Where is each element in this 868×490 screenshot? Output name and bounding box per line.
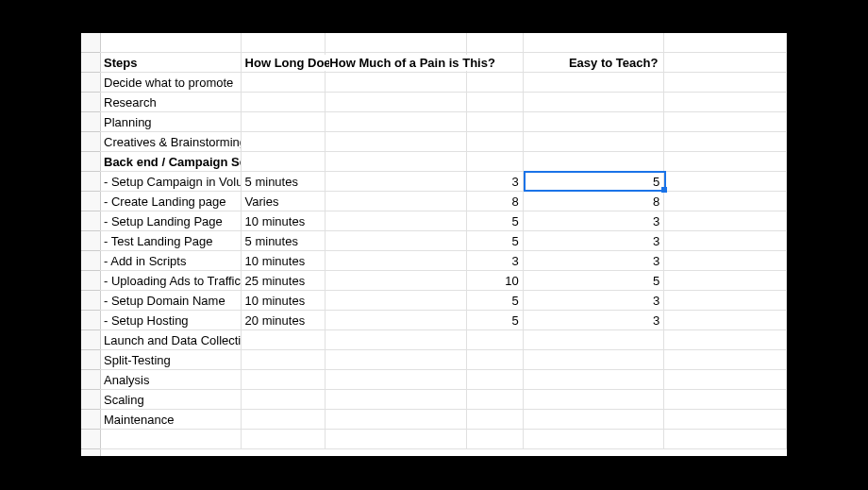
cell[interactable] <box>664 430 787 448</box>
cell[interactable] <box>326 410 467 429</box>
cell-teach[interactable] <box>524 350 665 369</box>
cell-teach[interactable] <box>524 112 665 131</box>
cell-time[interactable] <box>242 93 326 111</box>
cell[interactable] <box>664 370 787 389</box>
cell[interactable] <box>326 430 467 448</box>
cell-time[interactable]: 10 minutes <box>242 291 326 310</box>
cell[interactable] <box>326 271 467 290</box>
cell-pain[interactable]: 5 <box>467 231 524 250</box>
cell-step[interactable]: Decide what to promote <box>100 73 242 92</box>
cell-pain[interactable]: 5 <box>467 291 524 310</box>
header-how-long[interactable]: How Long Does the Task Take <box>242 53 326 72</box>
cell[interactable] <box>326 192 467 211</box>
cell[interactable] <box>664 251 787 270</box>
cell[interactable] <box>326 311 467 329</box>
row-header[interactable] <box>81 172 100 192</box>
cell-pain[interactable] <box>467 330 524 349</box>
cell-step[interactable]: - Setup Campaign in Voluum <box>100 172 242 191</box>
row-header[interactable] <box>81 251 100 271</box>
cell[interactable] <box>326 211 467 230</box>
cell-step[interactable]: - Test Landing Page <box>100 231 242 250</box>
cell[interactable] <box>242 430 326 448</box>
cell-step[interactable]: Scaling <box>100 390 242 409</box>
row-header[interactable] <box>81 311 100 330</box>
cell-step[interactable]: Research <box>100 93 242 111</box>
cell-pain[interactable]: 5 <box>467 211 524 230</box>
cell[interactable] <box>326 390 467 409</box>
cell-time[interactable]: 5 minutes <box>242 231 326 250</box>
cell[interactable] <box>664 53 787 72</box>
row-header[interactable] <box>81 112 100 132</box>
cell-pain[interactable] <box>467 390 524 409</box>
cell[interactable] <box>326 152 467 171</box>
cell-teach[interactable] <box>524 370 665 389</box>
row-header[interactable] <box>81 192 100 211</box>
cell-time[interactable]: Varies <box>242 192 326 211</box>
cell[interactable] <box>664 93 787 111</box>
cell-time[interactable]: 25 minutes <box>242 271 326 290</box>
row-header[interactable] <box>81 53 100 73</box>
cell-teach[interactable] <box>524 93 665 111</box>
row-header[interactable] <box>81 390 100 410</box>
cell[interactable] <box>326 231 467 250</box>
row-header[interactable] <box>81 132 100 152</box>
cell[interactable] <box>326 93 467 111</box>
cell[interactable] <box>326 73 467 92</box>
cell[interactable] <box>664 152 787 171</box>
cell[interactable] <box>326 132 467 151</box>
cell-step[interactable]: - Uploading Ads to Traffic Source <box>100 271 242 290</box>
row-header[interactable] <box>81 370 100 390</box>
cell-teach[interactable]: 3 <box>524 291 665 310</box>
cell-step[interactable]: Launch and Data Collection <box>100 330 242 349</box>
cell[interactable] <box>664 291 787 310</box>
cell-teach[interactable]: 5 <box>524 271 665 290</box>
row-header[interactable] <box>81 410 100 430</box>
cell-step[interactable]: Back end / Campaign Setup <box>100 152 242 171</box>
cell-step[interactable]: - Setup Hosting <box>100 311 242 329</box>
cell-time[interactable]: 20 minutes <box>242 311 326 329</box>
cell[interactable] <box>326 251 467 270</box>
cell[interactable] <box>326 370 467 389</box>
cell-time[interactable] <box>242 73 326 92</box>
cell-teach[interactable]: 5 <box>524 172 665 191</box>
row-header[interactable] <box>81 291 100 311</box>
cell-pain[interactable] <box>467 152 524 171</box>
cell-step[interactable]: Planning <box>100 112 242 131</box>
row-header[interactable] <box>81 33 100 53</box>
cell-pain[interactable]: 5 <box>467 311 524 329</box>
cell-pain[interactable] <box>467 350 524 369</box>
cell[interactable] <box>664 33 787 52</box>
row-header[interactable] <box>81 73 100 93</box>
cell[interactable] <box>664 410 787 429</box>
cell-step[interactable]: - Create Landing page <box>100 192 242 211</box>
cell[interactable] <box>664 73 787 92</box>
cell[interactable] <box>100 430 242 448</box>
cell-pain[interactable]: 8 <box>467 192 524 211</box>
cell[interactable] <box>664 112 787 131</box>
row-header[interactable] <box>81 231 100 251</box>
cell[interactable] <box>664 350 787 369</box>
cell-pain[interactable] <box>467 370 524 389</box>
cell[interactable] <box>664 311 787 329</box>
row-header[interactable] <box>81 271 100 291</box>
cell[interactable] <box>326 350 467 369</box>
row-header[interactable] <box>81 350 100 370</box>
cell-time[interactable] <box>242 112 326 131</box>
cell-time[interactable] <box>242 330 326 349</box>
cell-time[interactable]: 10 minutes <box>242 251 326 270</box>
header-steps[interactable]: Steps <box>100 53 242 72</box>
cell-step[interactable]: Analysis <box>100 370 242 389</box>
cell[interactable] <box>664 211 787 230</box>
cell-time[interactable] <box>242 370 326 389</box>
cell[interactable] <box>524 430 665 448</box>
cell-pain[interactable] <box>467 410 524 429</box>
cell-time[interactable] <box>242 132 326 151</box>
cell-step[interactable]: Maintenance <box>100 410 242 429</box>
cell[interactable] <box>664 231 787 250</box>
row-header[interactable] <box>81 211 100 231</box>
cell[interactable] <box>326 291 467 310</box>
cell[interactable] <box>242 33 326 52</box>
cell[interactable] <box>664 390 787 409</box>
cell[interactable] <box>467 33 524 52</box>
cell-time[interactable] <box>242 410 326 429</box>
